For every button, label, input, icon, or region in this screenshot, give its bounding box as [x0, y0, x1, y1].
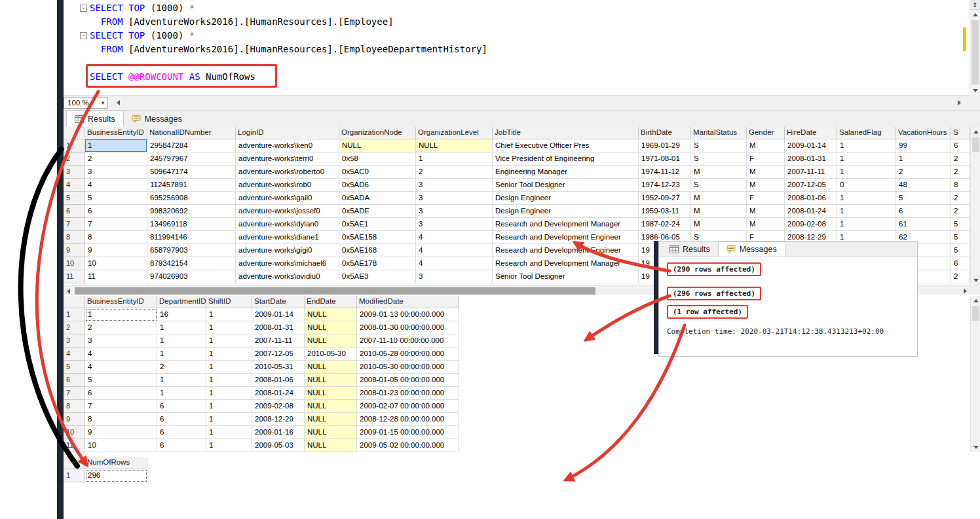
grid-cell[interactable]: M [747, 179, 785, 192]
column-header[interactable]: ModifiedDate [357, 296, 459, 308]
scroll-down-icon[interactable] [971, 442, 980, 452]
grid-cell[interactable]: 4 [416, 231, 493, 244]
grid-cell[interactable]: 1 [206, 321, 252, 334]
grid-cell[interactable]: 3 [416, 270, 493, 283]
row-header[interactable]: 8 [64, 400, 85, 413]
grid-cell[interactable]: 3 [85, 166, 147, 179]
sql-editor[interactable]: -- SELECT TOP (1000) * FROM [AdventureWo… [64, 0, 970, 96]
grid-cell[interactable]: 2008-01-23 00:00:00.000 [357, 387, 459, 400]
grid-cell[interactable]: 1952-09-27 [639, 192, 691, 205]
row-header[interactable]: 5 [64, 192, 85, 205]
grid-cell[interactable]: 134969118 [147, 218, 236, 231]
row-header[interactable]: 4 [64, 348, 85, 361]
grid-cell[interactable]: 7 [85, 400, 157, 413]
tab-messages[interactable]: Messages [124, 111, 190, 127]
grid-cell[interactable]: 1 [416, 152, 493, 166]
grid-cell[interactable]: 1987-02-24 [639, 218, 691, 231]
row-header[interactable]: 8 [64, 231, 85, 244]
grid-cell[interactable]: 6 [157, 400, 206, 413]
grid-cell[interactable]: 509647174 [147, 166, 236, 179]
row-header[interactable]: 9 [64, 413, 85, 426]
grid-cell[interactable]: 1 [157, 321, 206, 334]
grid-cell[interactable]: 5 [951, 218, 970, 231]
grid-cell[interactable]: 1 [157, 387, 206, 400]
select-all-corner[interactable] [64, 127, 85, 139]
grid-cell[interactable]: 5 [85, 374, 157, 387]
grid-cell[interactable]: 2010-05-30 00:00:00.000 [357, 361, 459, 374]
grid-cell[interactable]: 0x5ADE [339, 205, 416, 218]
grid-cell[interactable]: 974026903 [147, 270, 236, 283]
grid-cell[interactable]: adventure-works\ovidiu0 [236, 270, 339, 283]
grid-cell[interactable]: Research and Development Manager [493, 257, 639, 270]
grid-cell[interactable]: 0x5ADA [339, 192, 416, 205]
code-line[interactable]: SELECT TOP (1000) * [90, 1, 487, 15]
grid-cell[interactable]: F [747, 192, 785, 205]
column-header[interactable]: OrganizationLevel [416, 127, 493, 139]
grid-cell[interactable]: 295847284 [147, 139, 236, 152]
grid-cell[interactable]: 2010-05-30 [305, 348, 357, 361]
code-line[interactable]: FROM [AdventureWorks2016].[HumanResource… [90, 43, 487, 56]
grid-cell[interactable]: 8 [951, 179, 970, 192]
grid-cell[interactable]: adventure-works\rob0 [236, 179, 339, 192]
column-header[interactable]: NumOfRows [85, 457, 147, 469]
grid-cell[interactable]: 6 [157, 426, 206, 439]
grid-cell[interactable]: 2007-11-10 00:00:00.000 [357, 334, 459, 348]
grid-cell[interactable]: 2009-05-02 00:00:00.000 [357, 439, 459, 452]
grid-cell[interactable]: 1 [206, 348, 252, 361]
grid-cell[interactable]: 5 [85, 192, 147, 205]
grid-cell[interactable]: 3 [416, 179, 493, 192]
grid-cell[interactable]: 2009-01-14 [252, 308, 305, 321]
grid-cell[interactable]: S [691, 179, 747, 192]
row-header[interactable]: 6 [64, 374, 85, 387]
grid-cell[interactable]: 1 [837, 192, 896, 205]
grid-cell[interactable]: 2008-12-28 00:00:00.000 [357, 413, 459, 426]
row-header[interactable]: 9 [64, 244, 85, 257]
scrollbar-thumb[interactable] [972, 137, 979, 152]
column-header[interactable]: Gender [747, 127, 785, 139]
grid-cell[interactable]: 2 [951, 152, 970, 166]
scroll-up-icon[interactable] [970, 10, 980, 20]
grid-cell[interactable]: 1 [837, 205, 896, 218]
grid-cell[interactable]: NULL [416, 139, 493, 152]
grid-cell[interactable]: 9 [85, 244, 147, 257]
row-header[interactable]: 4 [64, 179, 85, 192]
grid-cell[interactable]: 1 [837, 139, 896, 152]
grid-cell[interactable]: 2008-01-30 00:00:00.000 [357, 321, 459, 334]
scroll-right-icon[interactable] [954, 98, 964, 107]
grid-cell[interactable]: NULL [305, 439, 357, 452]
column-header[interactable]: VacationHours [896, 127, 951, 139]
column-header[interactable]: MaritalStatus [691, 127, 747, 139]
grid-cell[interactable]: Design Engineer [493, 192, 639, 205]
fold-collapse-icon[interactable]: - [80, 5, 87, 12]
grid-cell[interactable]: NULL [305, 361, 357, 374]
grid-cell[interactable]: 0x58 [339, 152, 416, 166]
row-header[interactable]: 2 [64, 152, 85, 166]
grid-cell[interactable]: 2007-12-05 [252, 348, 305, 361]
grid-cell[interactable]: 2009-01-15 00:00:00.000 [357, 426, 459, 439]
grid-cell[interactable]: 6 [157, 439, 206, 452]
grid-cell[interactable]: M [747, 218, 785, 231]
grid-cell[interactable]: 1 [85, 139, 147, 152]
grid-cell[interactable]: 6 [896, 205, 951, 218]
column-header[interactable]: OrganizationNode [339, 127, 416, 139]
grid-cell[interactable]: 1 [157, 374, 206, 387]
grid-cell[interactable]: 99 [896, 139, 951, 152]
select-all-corner[interactable] [64, 296, 85, 308]
grid-cell[interactable]: NULL [305, 387, 357, 400]
grid-cell[interactable]: NULL [305, 334, 357, 348]
grid-cell[interactable]: 998320692 [147, 205, 236, 218]
grid-cell[interactable]: Vice President of Engineering [493, 152, 639, 166]
scrollbar-thumb[interactable] [75, 287, 595, 295]
grid-cell[interactable]: 2 [896, 166, 951, 179]
grid-cell[interactable]: S [691, 152, 747, 166]
row-header[interactable]: 10 [64, 426, 85, 439]
scroll-up-icon[interactable] [971, 296, 980, 306]
grid-cell[interactable]: 1 [206, 361, 252, 374]
grid-cell[interactable]: 1 [206, 387, 252, 400]
grid-cell[interactable]: M [691, 192, 747, 205]
grid-cell[interactable]: 2008-01-06 [252, 374, 305, 387]
row-header[interactable]: 1 [64, 139, 85, 152]
grid-cell[interactable]: 0x5AE178 [339, 257, 416, 270]
tab-results[interactable]: Results [66, 111, 124, 127]
grid-cell[interactable]: 811994146 [147, 231, 236, 244]
